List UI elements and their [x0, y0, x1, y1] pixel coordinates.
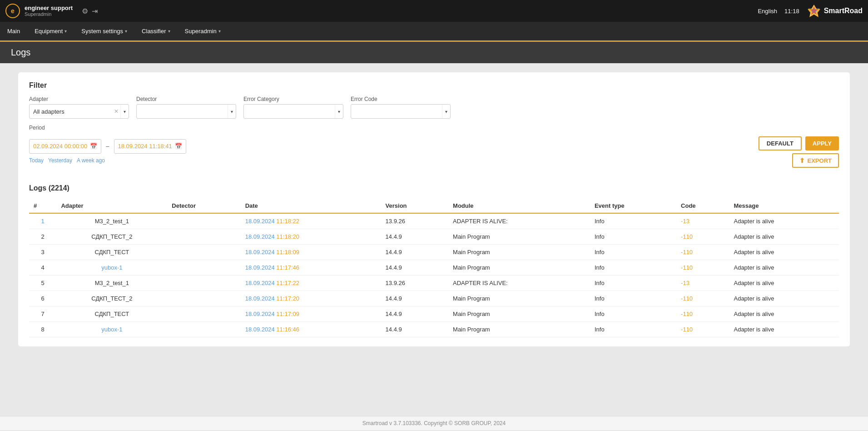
nav-classifier-chevron: ▾ [168, 29, 170, 34]
col-num: # [29, 199, 56, 213]
row-time: 11:17:09 [276, 311, 299, 317]
top-bar-left: e engineer support Superadmin ⚙ ⇥ [5, 4, 98, 18]
row-code: -110 [681, 295, 693, 302]
table-row: 4 yubox-1 18.09.2024 11:17:46 14.4.9 Mai… [29, 260, 839, 276]
cell-message: Adapter is alive [729, 291, 839, 306]
apply-default-row: DEFAULT APPLY [759, 136, 839, 150]
cell-adapter: М3_2_test_1 [56, 276, 167, 291]
cell-event-type: Info [590, 291, 676, 306]
cell-message: Adapter is alive [729, 229, 839, 245]
col-date: Date [241, 199, 381, 213]
logs-title-text: Logs [29, 184, 46, 192]
brand: SmartRoad [807, 4, 863, 18]
row-num: 2 [41, 233, 45, 240]
row-date: 18.09.2024 [245, 280, 275, 286]
settings-icon[interactable]: ⚙ [82, 7, 88, 15]
nav-superadmin-chevron: ▾ [218, 29, 221, 34]
quick-link-week-ago[interactable]: A week ago [77, 157, 105, 164]
calendar-end-icon[interactable]: 📅 [175, 143, 182, 150]
nav-equipment[interactable]: Equipment ▾ [27, 22, 74, 40]
footer-text: Smartroad v 3.7.103336. Copyright © SORB… [362, 420, 506, 426]
error-code-dropdown-icon[interactable]: ▾ [442, 105, 450, 118]
cell-event-type: Info [590, 245, 676, 260]
period-left: 02.09.2024 00:00:00 📅 – 18.09.2024 11:18… [29, 139, 186, 164]
cell-module: Main Program [448, 322, 590, 337]
error-category-dropdown-icon[interactable]: ▾ [335, 105, 343, 118]
nav-main-label: Main [7, 28, 20, 35]
cell-num[interactable]: 1 [29, 213, 56, 229]
period-end-input[interactable]: 18.09.2024 11:18:41 📅 [114, 139, 186, 154]
quick-link-today[interactable]: Today [29, 157, 44, 164]
cell-adapter: СДКП_ТЕСТ [56, 306, 167, 322]
cell-detector [167, 260, 240, 276]
row-code: -110 [681, 233, 693, 240]
default-button[interactable]: DEFAULT [759, 136, 802, 150]
export-icon: ⬆ [799, 157, 805, 164]
row-code: -110 [681, 326, 693, 333]
cell-code: -110 [676, 245, 729, 260]
cell-adapter[interactable]: yubox-1 [56, 260, 167, 276]
cell-message: Adapter is alive [729, 213, 839, 229]
quick-links: Today Yesterday A week ago [29, 157, 186, 164]
cell-version: 14.4.9 [381, 322, 448, 337]
logs-title: Logs (2214) [29, 184, 839, 192]
cell-date: 18.09.2024 11:17:22 [241, 276, 381, 291]
cell-date: 18.09.2024 11:18:09 [241, 245, 381, 260]
nav-superadmin[interactable]: Superadmin ▾ [178, 22, 228, 40]
nav-classifier[interactable]: Classifier ▾ [134, 22, 177, 40]
quick-link-yesterday[interactable]: Yesterday [48, 157, 72, 164]
adapter-select[interactable]: All adapters ✕ ▾ [29, 104, 129, 119]
adapter-dropdown-icon[interactable]: ▾ [120, 105, 129, 118]
page-title-bar: Logs [0, 42, 868, 63]
cell-date: 18.09.2024 11:17:20 [241, 291, 381, 306]
row-adapter[interactable]: yubox-1 [101, 264, 122, 271]
logs-table-body: 1 М3_2_test_1 18.09.2024 11:18:22 13.9.2… [29, 213, 839, 337]
row-code: -13 [681, 280, 689, 286]
footer: Smartroad v 3.7.103336. Copyright © SORB… [0, 416, 868, 430]
detector-group: Detector ▾ [136, 96, 236, 119]
error-code-select[interactable]: ▾ [351, 104, 451, 119]
adapter-clear-icon[interactable]: ✕ [112, 108, 120, 115]
calendar-start-icon[interactable]: 📅 [90, 143, 97, 150]
table-row: 6 СДКП_ТЕСТ_2 18.09.2024 11:17:20 14.4.9… [29, 291, 839, 306]
row-num: 8 [41, 326, 45, 333]
cell-module: Main Program [448, 306, 590, 322]
cell-message: Adapter is alive [729, 245, 839, 260]
user-role: Superadmin [25, 11, 73, 17]
table-row: 8 yubox-1 18.09.2024 11:16:46 14.4.9 Mai… [29, 322, 839, 337]
filter-title: Filter [29, 81, 839, 90]
cell-message: Adapter is alive [729, 322, 839, 337]
cell-num: 7 [29, 306, 56, 322]
row-time: 11:18:20 [276, 233, 299, 240]
row-num: 6 [41, 295, 45, 302]
col-code: Code [676, 199, 729, 213]
row-adapter[interactable]: yubox-1 [101, 326, 122, 333]
error-category-group: Error Category ▾ [243, 96, 343, 119]
row-adapter: СДКП_ТЕСТ [95, 311, 129, 317]
period-section: Period [29, 124, 839, 131]
row-num: 5 [41, 280, 45, 286]
logs-header-row: # Adapter Detector Date Version Module E… [29, 199, 839, 213]
logout-icon[interactable]: ⇥ [92, 7, 98, 15]
adapter-select-value: All adapters [30, 108, 112, 115]
detector-select[interactable]: ▾ [136, 104, 236, 119]
row-time: 11:17:20 [276, 295, 299, 302]
apply-button[interactable]: APPLY [805, 136, 839, 150]
period-start-input[interactable]: 02.09.2024 00:00:00 📅 [29, 139, 101, 154]
cell-num: 5 [29, 276, 56, 291]
cell-detector [167, 229, 240, 245]
language-selector[interactable]: English [758, 8, 777, 15]
cell-event-type: Info [590, 276, 676, 291]
detector-dropdown-icon[interactable]: ▾ [228, 105, 236, 118]
nav-system-settings[interactable]: System settings ▾ [74, 22, 134, 40]
export-button[interactable]: ⬆ EXPORT [792, 153, 839, 168]
brand-name: SmartRoad [824, 7, 863, 15]
row-code: -110 [681, 249, 693, 256]
error-category-select[interactable]: ▾ [243, 104, 343, 119]
table-row: 5 М3_2_test_1 18.09.2024 11:17:22 13.9.2… [29, 276, 839, 291]
cell-code: -13 [676, 213, 729, 229]
cell-adapter[interactable]: yubox-1 [56, 322, 167, 337]
row-date: 18.09.2024 [245, 249, 275, 256]
row-num[interactable]: 1 [41, 218, 45, 225]
nav-main[interactable]: Main [0, 22, 27, 40]
